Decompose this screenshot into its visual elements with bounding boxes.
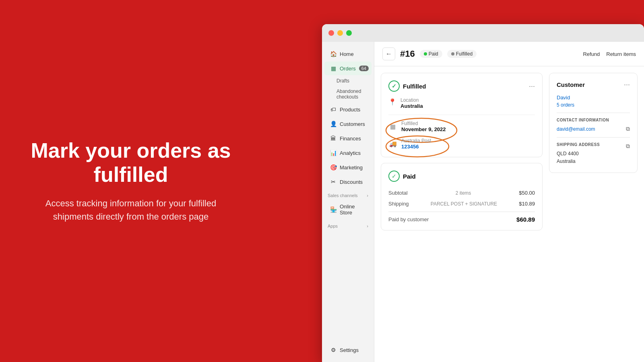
fulfillment-date-row: ▦ Fulfilled November 9, 2022 xyxy=(388,121,535,132)
sales-channels-section: Sales channels › xyxy=(322,189,374,200)
tracking-info: Australia Post 123456 xyxy=(401,138,431,150)
sales-channels-label: Sales channels xyxy=(328,193,358,198)
sidebar: 🏠 Home ▦ Orders 64 Drafts Abandoned chec… xyxy=(322,42,374,362)
paid-label: Paid xyxy=(429,51,438,57)
maximize-button[interactable] xyxy=(346,30,352,36)
left-panel: Mark your orders as fulfilled Access tra… xyxy=(0,0,262,362)
location-row: 📍 Location Australia xyxy=(388,97,535,115)
drafts-label: Drafts xyxy=(336,78,349,84)
sidebar-discounts-label: Discounts xyxy=(340,179,363,185)
fulfilled-card-menu[interactable]: ··· xyxy=(529,82,535,90)
customer-name[interactable]: David xyxy=(557,95,630,101)
copy-address-button[interactable]: ⧉ xyxy=(626,143,630,150)
discounts-icon: ✂ xyxy=(330,179,336,185)
order-right-column: Customer ··· David 5 orders CONTACT INFO… xyxy=(549,73,638,356)
fulfillment-date-value: November 9, 2022 xyxy=(401,126,446,132)
paid-by-label: Paid by customer xyxy=(388,216,429,222)
browser-content: 🏠 Home ▦ Orders 64 Drafts Abandoned chec… xyxy=(322,42,644,362)
apps-section: Apps › xyxy=(322,220,374,230)
shipping-label: Shipping xyxy=(388,201,409,207)
sales-channels-chevron[interactable]: › xyxy=(367,193,368,198)
back-button[interactable]: ← xyxy=(382,47,395,60)
paid-badge: Paid xyxy=(420,50,442,58)
paid-card-header: ✓ Paid xyxy=(388,171,535,182)
order-number: #16 xyxy=(400,49,415,59)
shipping-method: PARCEL POST + SIGNATURE xyxy=(431,201,497,207)
copy-email-button[interactable]: ⧉ xyxy=(626,125,630,132)
contact-section: CONTACT INFORMATION david@email.com ⧉ xyxy=(557,113,630,132)
return-items-button[interactable]: Return items xyxy=(606,51,636,57)
paid-total-row: Paid by customer $60.89 xyxy=(388,212,535,223)
order-left-column: ✓ Fulfilled ··· 📍 Location Australia xyxy=(381,73,543,356)
fulfillment-date-info: Fulfilled November 9, 2022 xyxy=(401,121,446,132)
customer-orders[interactable]: 5 orders xyxy=(557,102,630,108)
subtotal-amount: $50.00 xyxy=(519,190,535,196)
sidebar-item-products[interactable]: 🏷 Products xyxy=(324,103,372,116)
address-line2: Australia xyxy=(557,158,630,165)
sidebar-item-orders[interactable]: ▦ Orders 64 xyxy=(324,62,372,75)
address-line1: QLD 4400 xyxy=(557,150,630,158)
contact-row: david@email.com ⧉ xyxy=(557,125,630,132)
sidebar-item-online-store[interactable]: 🏪 Online Store xyxy=(324,200,372,219)
shipping-address: QLD 4400 Australia xyxy=(557,150,630,165)
sidebar-item-discounts[interactable]: ✂ Discounts xyxy=(324,175,372,189)
sidebar-settings-label: Settings xyxy=(340,347,359,353)
location-label: Location xyxy=(400,97,423,103)
sidebar-item-marketing[interactable]: 🎯 Marketing xyxy=(324,160,372,174)
minimize-button[interactable] xyxy=(337,30,343,36)
subtotal-row: Subtotal 2 items $50.00 xyxy=(388,187,535,198)
fulfilled-dot xyxy=(451,52,454,56)
finances-icon: 🏛 xyxy=(330,135,336,142)
apps-chevron[interactable]: › xyxy=(367,224,368,228)
customer-card-header: Customer ··· xyxy=(557,80,630,89)
paid-dot xyxy=(424,52,427,56)
analytics-icon: 📊 xyxy=(330,150,336,156)
paid-check-icon: ✓ xyxy=(388,171,400,182)
main-heading: Mark your orders as fulfilled xyxy=(24,139,237,187)
orders-icon: ▦ xyxy=(330,65,336,72)
back-icon: ← xyxy=(386,50,392,58)
sidebar-item-finances[interactable]: 🏛 Finances xyxy=(324,132,372,145)
shipping-section: SHIPPING ADDRESS ⧉ QLD 4400 Australia xyxy=(557,137,630,165)
paid-title-text: Paid xyxy=(403,173,416,180)
main-content: ← #16 Paid Fulfilled Refund Return items xyxy=(374,42,644,362)
paid-card: ✓ Paid Subtotal 2 items $50.00 Shipping … xyxy=(381,163,543,230)
header-actions: Refund Return items xyxy=(583,51,636,57)
subtotal-label: Subtotal xyxy=(388,190,408,196)
abandoned-label: Abandoned checkouts xyxy=(336,88,361,100)
sidebar-item-home[interactable]: 🏠 Home xyxy=(324,47,372,61)
sidebar-item-customers[interactable]: 👤 Customers xyxy=(324,117,372,131)
sidebar-finances-label: Finances xyxy=(340,136,361,142)
sidebar-item-settings[interactable]: ⚙ Settings xyxy=(324,343,372,357)
fulfilled-check-icon: ✓ xyxy=(388,80,400,92)
orders-badge: 64 xyxy=(359,66,369,71)
sidebar-item-drafts[interactable]: Drafts xyxy=(322,76,374,86)
apps-label: Apps xyxy=(328,224,338,228)
sidebar-customers-label: Customers xyxy=(340,121,365,127)
fulfilled-card-title: ✓ Fulfilled xyxy=(388,80,426,92)
location-value: Australia xyxy=(400,103,423,109)
fulfilled-label: Fulfilled xyxy=(456,51,473,57)
customer-card-menu[interactable]: ··· xyxy=(624,80,630,89)
marketing-icon: 🎯 xyxy=(330,164,336,171)
fulfillment-date-icon: ▦ xyxy=(388,123,397,130)
fulfilled-card: ✓ Fulfilled ··· 📍 Location Australia xyxy=(381,73,543,157)
shipping-row: Shipping PARCEL POST + SIGNATURE $10.89 xyxy=(388,198,535,209)
customers-icon: 👤 xyxy=(330,121,336,127)
sidebar-item-abandoned[interactable]: Abandoned checkouts xyxy=(322,86,374,102)
fulfilled-title-text: Fulfilled xyxy=(403,83,426,90)
customer-email[interactable]: david@email.com xyxy=(557,126,595,132)
refund-button[interactable]: Refund xyxy=(583,51,600,57)
contact-section-title: CONTACT INFORMATION xyxy=(557,118,630,122)
sidebar-home-label: Home xyxy=(340,51,354,57)
close-button[interactable] xyxy=(328,30,334,36)
online-store-label: Online Store xyxy=(340,204,366,216)
tracking-number[interactable]: 123456 xyxy=(401,144,431,150)
sidebar-analytics-label: Analytics xyxy=(340,150,361,156)
home-icon: 🏠 xyxy=(330,51,336,57)
sidebar-products-label: Products xyxy=(340,107,360,113)
sidebar-item-analytics[interactable]: 📊 Analytics xyxy=(324,146,372,160)
shipping-amount: $10.89 xyxy=(519,201,535,207)
location-info: Location Australia xyxy=(400,97,423,109)
order-header: ← #16 Paid Fulfilled Refund Return items xyxy=(374,42,644,66)
